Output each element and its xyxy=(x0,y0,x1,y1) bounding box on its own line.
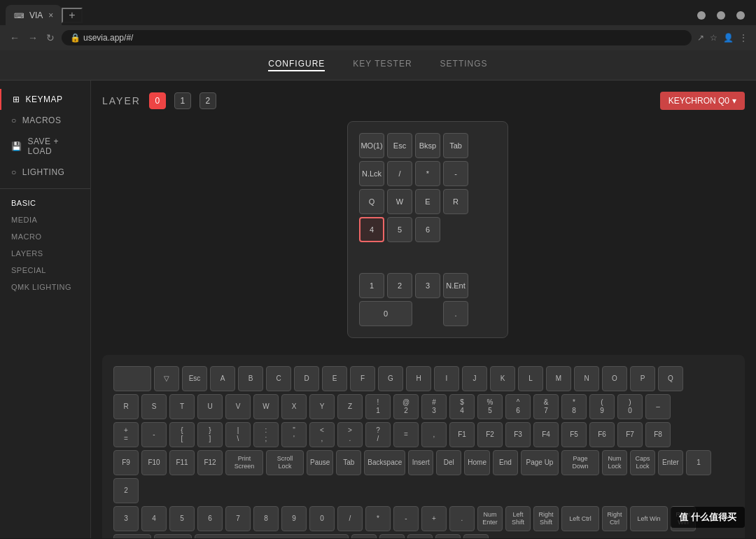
np-key-4[interactable]: 4 xyxy=(359,217,384,242)
key-x[interactable]: X xyxy=(281,394,307,419)
key-left[interactable]: Left xyxy=(379,534,405,538)
key-f4[interactable]: F4 xyxy=(533,422,559,447)
key-h[interactable]: H xyxy=(406,366,431,391)
key-question[interactable]: ? / xyxy=(365,422,391,447)
np-key-nlck[interactable]: N.Lck xyxy=(359,161,384,186)
nav-configure[interactable]: CONFIGURE xyxy=(268,59,325,71)
key-e[interactable]: E xyxy=(322,366,347,391)
key-c[interactable]: C xyxy=(266,366,291,391)
key-right-ctrl[interactable]: Right Ctrl xyxy=(602,506,627,531)
url-box[interactable]: 🔒 usevia.app/#/ xyxy=(62,30,692,46)
key-lparen-9[interactable]: ( 9 xyxy=(589,394,615,419)
key-l[interactable]: L xyxy=(518,366,543,391)
key-k[interactable]: K xyxy=(490,366,515,391)
key-r[interactable]: R xyxy=(113,394,139,419)
key-enter[interactable]: Enter xyxy=(658,450,683,475)
key-lbrace[interactable]: { [ xyxy=(169,422,195,447)
key-f8[interactable]: F8 xyxy=(645,422,671,447)
key-s[interactable]: S xyxy=(141,394,167,419)
key-f11[interactable]: F11 xyxy=(169,450,195,475)
key-num-minus[interactable]: - xyxy=(393,506,419,531)
sidebar-sub-media[interactable]: MEDIA xyxy=(0,211,90,228)
np-key-bksp[interactable]: Bksp xyxy=(415,133,440,158)
key-num4[interactable]: 4 xyxy=(141,506,167,531)
key-left-win[interactable]: Left Win xyxy=(630,506,668,531)
key-f10[interactable]: F10 xyxy=(141,450,167,475)
key-pct-5[interactable]: % 5 xyxy=(477,394,503,419)
key-y[interactable]: Y xyxy=(309,394,335,419)
key-left-alt[interactable]: Left Alt xyxy=(113,534,151,538)
key-f5[interactable]: F5 xyxy=(561,422,587,447)
np-key-5[interactable]: 5 xyxy=(387,217,412,242)
np-key-esc[interactable]: Esc xyxy=(387,133,412,158)
key-insert[interactable]: Insert xyxy=(408,450,433,475)
np-key-dot[interactable]: . xyxy=(443,301,468,326)
np-key-nent[interactable]: N.Ent xyxy=(443,273,468,298)
key-d[interactable]: D xyxy=(294,366,319,391)
key-b[interactable]: B xyxy=(238,366,263,391)
key-num6[interactable]: 6 xyxy=(197,506,223,531)
sidebar-item-keymap[interactable]: ⊞ KEYMAP xyxy=(0,89,90,110)
sidebar-sub-macro[interactable]: MACRO xyxy=(0,228,90,245)
key-g[interactable]: G xyxy=(378,366,403,391)
np-key-3[interactable]: 3 xyxy=(415,273,440,298)
key-dash[interactable]: – xyxy=(645,394,671,419)
sidebar-sub-basic[interactable]: BASIC xyxy=(0,195,90,211)
key-pause[interactable]: Pause xyxy=(307,450,333,475)
key-up[interactable]: Up xyxy=(435,534,461,538)
sidebar-sub-layers[interactable]: LAYERS xyxy=(0,245,90,262)
key-excl-1[interactable]: ! 1 xyxy=(365,394,391,419)
key-rparen-0[interactable]: ) 0 xyxy=(617,394,643,419)
key-f3[interactable]: F3 xyxy=(505,422,531,447)
close-button[interactable] xyxy=(736,11,745,20)
key-menu[interactable]: Menu xyxy=(351,534,377,538)
key-del[interactable]: Del xyxy=(436,450,461,475)
reload-button[interactable]: ↻ xyxy=(45,31,56,45)
sidebar-item-macros[interactable]: ○ MACROS xyxy=(0,110,90,131)
np-key-6[interactable]: 6 xyxy=(415,217,440,242)
np-key-tab[interactable]: Tab xyxy=(443,133,468,158)
key-right-shift[interactable]: Right Shift xyxy=(533,506,559,531)
key-v[interactable]: V xyxy=(225,394,251,419)
sidebar-item-lighting[interactable]: ○ LIGHTING xyxy=(0,162,90,183)
key-home[interactable]: Home xyxy=(464,450,490,475)
key-dollar-4[interactable]: $ 4 xyxy=(449,394,475,419)
layer-1-button[interactable]: 1 xyxy=(174,92,191,109)
key-f7[interactable]: F7 xyxy=(617,422,643,447)
key-num-dot[interactable]: . xyxy=(449,506,475,531)
key-w[interactable]: W xyxy=(253,394,279,419)
key-i[interactable]: I xyxy=(434,366,459,391)
key-plus-eq[interactable]: + = xyxy=(113,422,139,447)
key-space[interactable]: Space xyxy=(195,534,349,538)
active-tab[interactable]: ⌨ VIA × xyxy=(6,5,62,26)
key-pipe[interactable]: | \ xyxy=(225,422,251,447)
key-num3[interactable]: 3 xyxy=(113,506,139,531)
key-m[interactable]: M xyxy=(546,366,571,391)
key-f9[interactable]: F9 xyxy=(113,450,139,475)
key-rbrace[interactable]: } ] xyxy=(197,422,223,447)
layer-2-button[interactable]: 2 xyxy=(200,92,216,109)
key-o[interactable]: O xyxy=(602,366,627,391)
maximize-button[interactable] xyxy=(717,11,725,20)
np-key-asterisk[interactable]: * xyxy=(415,161,440,186)
key-num-star[interactable]: * xyxy=(365,506,391,531)
key-z[interactable]: Z xyxy=(337,394,363,419)
key-num-enter[interactable]: Num Enter xyxy=(477,506,503,531)
np-key-r[interactable]: R xyxy=(443,189,468,214)
key-num9[interactable]: 9 xyxy=(281,506,307,531)
key-right[interactable]: Right xyxy=(463,534,489,538)
back-button[interactable]: ← xyxy=(8,31,21,45)
np-key-mo1[interactable]: MO(1) xyxy=(359,133,384,158)
key-num2[interactable]: 2 xyxy=(113,478,139,503)
key-minus2[interactable]: - xyxy=(141,422,167,447)
key-pgup[interactable]: Page Up xyxy=(521,450,559,475)
np-key-q[interactable]: Q xyxy=(359,189,384,214)
key-num1[interactable]: 1 xyxy=(686,450,711,475)
key-quote[interactable]: " ' xyxy=(281,422,307,447)
key-equals[interactable]: = xyxy=(393,422,419,447)
key-backspace[interactable]: Backspace xyxy=(364,450,405,475)
share-icon[interactable]: ↗ xyxy=(697,33,704,43)
key-num8[interactable]: 8 xyxy=(253,506,279,531)
new-tab-button[interactable]: + xyxy=(62,8,82,23)
key-f12[interactable]: F12 xyxy=(197,450,223,475)
